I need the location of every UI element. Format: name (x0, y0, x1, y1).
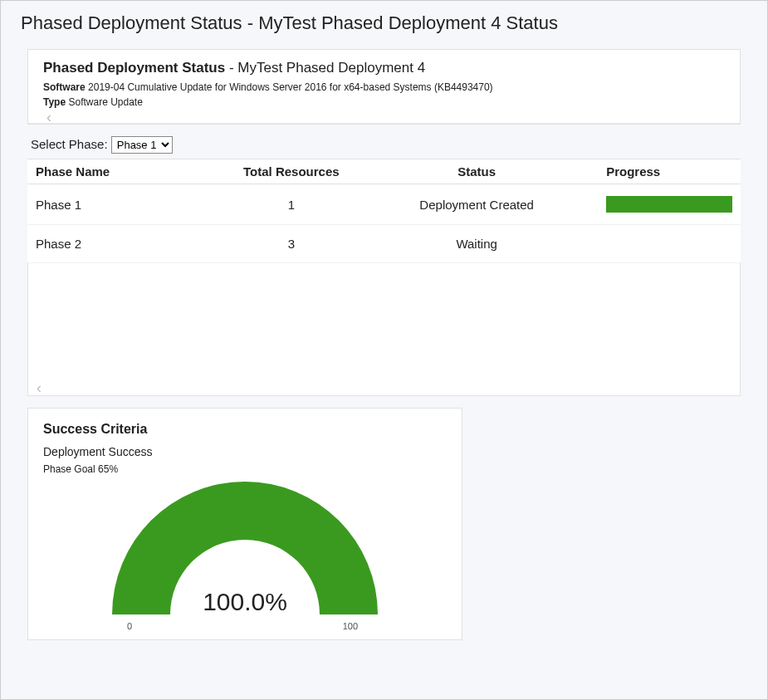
card-title-suffix: - MyTest Phased Deployment 4 (225, 60, 425, 76)
cell-resources: 3 (227, 225, 356, 263)
phase-select[interactable]: Phase 1 (111, 136, 173, 154)
software-line: Software 2019-04 Cumulative Update for W… (43, 81, 725, 96)
progress-bar (606, 196, 732, 213)
card-title: Phased Deployment Status - MyTest Phased… (43, 60, 725, 81)
chevron-left-icon[interactable]: ‹ (33, 382, 45, 394)
table-empty-area: ‹ (27, 263, 741, 396)
success-subtitle: Deployment Success (43, 445, 447, 463)
cell-status: Deployment Created (355, 184, 598, 225)
type-label: Type (43, 96, 66, 108)
software-value: 2019-04 Cumulative Update for Windows Se… (88, 81, 493, 93)
gauge-tick-max: 100 (343, 621, 358, 631)
cell-resources: 1 (227, 184, 356, 225)
status-header-card: Phased Deployment Status - MyTest Phased… (27, 49, 741, 125)
table-header-row: Phase Name Total Resources Status Progre… (27, 159, 741, 184)
type-value: Software Update (68, 96, 142, 108)
success-title: Success Criteria (43, 422, 447, 445)
col-header-name[interactable]: Phase Name (27, 159, 227, 184)
chevron-left-icon[interactable]: ‹ (43, 111, 725, 123)
card-title-bold: Phased Deployment Status (43, 60, 225, 76)
cell-status: Waiting (355, 225, 598, 263)
phase-select-label: Select Phase: (31, 137, 108, 151)
cell-phase-name: Phase 1 (27, 184, 227, 225)
cell-progress (598, 225, 741, 263)
gauge-tick-min: 0 (127, 621, 132, 631)
success-criteria-card: Success Criteria Deployment Success Phas… (27, 408, 462, 640)
table-row[interactable]: Phase 2 3 Waiting (27, 225, 741, 263)
page-title: Phased Deployment Status - MyTest Phased… (1, 1, 767, 49)
gauge-value: 100.0% (112, 588, 378, 616)
gauge-chart: 100.0% 0 100 (112, 482, 378, 631)
cell-progress (598, 184, 741, 225)
phase-select-row: Select Phase: Phase 1 (27, 130, 741, 159)
type-line: Type Software Update (43, 96, 725, 111)
phase-goal-label: Phase Goal 65% (43, 463, 447, 482)
cell-phase-name: Phase 2 (27, 225, 227, 263)
software-label: Software (43, 81, 86, 93)
col-header-resources[interactable]: Total Resources (227, 159, 356, 184)
table-row[interactable]: Phase 1 1 Deployment Created (27, 184, 741, 225)
col-header-progress[interactable]: Progress (598, 159, 741, 184)
col-header-status[interactable]: Status (355, 159, 598, 184)
phase-table: Phase Name Total Resources Status Progre… (27, 159, 741, 263)
